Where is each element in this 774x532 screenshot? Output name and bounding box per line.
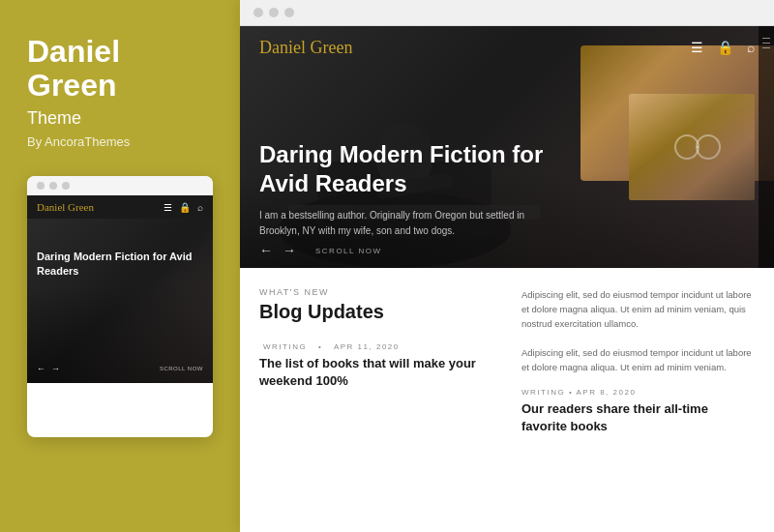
mobile-nav: Daniel Green ☰ 🔒 ⌕: [27, 195, 213, 219]
browser-hero-title: Daring Modern Fiction for Avid Readers: [259, 140, 550, 198]
browser-hero-desc: I am a bestselling author. Originally fr…: [259, 208, 530, 239]
mobile-hero-footer: ← → SCROLL NOW: [37, 364, 203, 373]
browser-dot-2: [269, 8, 279, 17]
browser-dot-3: [284, 8, 294, 17]
theme-subtitle: Theme: [27, 108, 213, 129]
browser-prev-arrow[interactable]: ←: [259, 243, 273, 258]
browser-search-icon[interactable]: ⌕: [747, 41, 755, 56]
browser-scroll-btn[interactable]: SCROLL NOW: [315, 247, 382, 255]
browser-hero: Daniel Green ☰ 🔒 ⌕ Daring Modern Fiction…: [240, 26, 774, 268]
article1-category: WRITING • Apr 11, 2020: [259, 342, 492, 351]
browser-titlebar: [240, 0, 774, 26]
right-text-2: Adipiscing elit, sed do eiusmod tempor i…: [521, 345, 755, 374]
whats-new-label: WHAT'S NEW: [259, 287, 492, 297]
browser-nav: Daniel Green ☰ 🔒 ⌕: [240, 26, 774, 70]
browser-content: WHAT'S NEW Blog Updates WRITING • Apr 11…: [240, 268, 774, 435]
mobile-menu-icon: ☰: [164, 202, 172, 213]
mobile-dot-2: [49, 182, 57, 190]
mobile-dot-1: [37, 182, 45, 190]
browser-preview: Daniel Green ☰ 🔒 ⌕ Daring Modern Fiction…: [240, 0, 774, 532]
browser-dot-1: [253, 8, 263, 17]
article1-title[interactable]: The list of books that will make your we…: [259, 355, 492, 390]
mobile-hero: Daring Modern Fiction for Avid Readers ←…: [27, 219, 213, 383]
mobile-nav-icons: ☰ 🔒 ⌕: [164, 202, 203, 213]
mobile-titlebar: [27, 176, 213, 195]
mobile-hero-bg: [27, 219, 213, 383]
theme-by: By AncoraThemes: [27, 134, 213, 149]
mobile-preview: Daniel Green ☰ 🔒 ⌕ Daring Modern Fiction…: [27, 176, 213, 437]
right-text-1: Adipiscing elit, sed do eiusmod tempor i…: [521, 287, 755, 332]
mobile-logo: Daniel Green: [37, 201, 94, 213]
browser-menu-icon[interactable]: ☰: [691, 40, 703, 56]
content-right: Adipiscing elit, sed do eiusmod tempor i…: [521, 287, 755, 435]
mobile-next-arrow[interactable]: →: [51, 364, 60, 373]
article2-category: WRITING • Apr 8, 2020: [521, 388, 755, 397]
theme-title: Daniel Green: [27, 35, 213, 103]
mobile-prev-arrow[interactable]: ←: [37, 364, 45, 373]
mobile-arrows: ← →: [37, 364, 60, 373]
mobile-search-icon: ⌕: [197, 202, 203, 213]
browser-hero-footer: ← → SCROLL NOW: [259, 243, 755, 258]
content-left: WHAT'S NEW Blog Updates WRITING • Apr 11…: [259, 287, 492, 435]
browser-nav-icons: ☰ 🔒 ⌕: [691, 40, 755, 56]
mobile-dot-3: [62, 182, 70, 190]
browser-lock-icon[interactable]: 🔒: [717, 40, 733, 56]
browser-logo: Daniel Green: [259, 38, 352, 58]
left-panel: Daniel Green Theme By AncoraThemes Danie…: [0, 0, 240, 532]
mobile-hero-title: Daring Modern Fiction for Avid Readers: [37, 250, 203, 278]
browser-next-arrow[interactable]: →: [283, 243, 296, 258]
blog-updates-title: Blog Updates: [259, 301, 492, 323]
article2-title[interactable]: Our readers share their all-time favorit…: [521, 400, 755, 435]
mobile-scroll-btn[interactable]: SCROLL NOW: [160, 366, 203, 371]
mobile-lock-icon: 🔒: [179, 202, 191, 213]
